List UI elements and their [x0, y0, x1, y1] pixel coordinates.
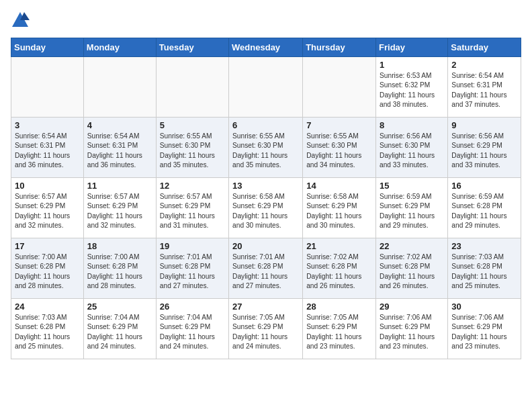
- calendar-header-row: SundayMondayTuesdayWednesdayThursdayFrid…: [11, 38, 521, 57]
- calendar-cell: 25Sunrise: 7:04 AM Sunset: 6:29 PM Dayli…: [83, 299, 156, 359]
- calendar-cell: [156, 57, 228, 118]
- calendar-cell: 21Sunrise: 7:02 AM Sunset: 6:28 PM Dayli…: [303, 238, 376, 299]
- day-number: 18: [87, 241, 152, 251]
- calendar-cell: 20Sunrise: 7:01 AM Sunset: 6:28 PM Dayli…: [229, 238, 303, 299]
- day-number: 28: [306, 302, 372, 312]
- day-info: Sunrise: 6:54 AM Sunset: 6:31 PM Dayligh…: [451, 71, 517, 109]
- day-number: 20: [232, 241, 299, 251]
- weekday-header-tuesday: Tuesday: [156, 38, 228, 57]
- day-number: 16: [451, 181, 517, 191]
- day-number: 14: [306, 181, 372, 191]
- calendar-cell: 1Sunrise: 6:53 AM Sunset: 6:32 PM Daylig…: [376, 57, 448, 118]
- calendar-week-row: 1Sunrise: 6:53 AM Sunset: 6:32 PM Daylig…: [11, 57, 521, 118]
- day-info: Sunrise: 7:01 AM Sunset: 6:28 PM Dayligh…: [232, 253, 299, 291]
- day-info: Sunrise: 7:05 AM Sunset: 6:29 PM Dayligh…: [306, 313, 372, 351]
- day-number: 13: [232, 181, 299, 191]
- day-number: 6: [232, 120, 299, 130]
- day-info: Sunrise: 6:53 AM Sunset: 6:32 PM Dayligh…: [380, 71, 444, 109]
- weekday-header-saturday: Saturday: [448, 38, 521, 57]
- day-info: Sunrise: 7:06 AM Sunset: 6:29 PM Dayligh…: [380, 313, 444, 351]
- calendar-cell: 12Sunrise: 6:57 AM Sunset: 6:29 PM Dayli…: [156, 178, 228, 238]
- day-number: 7: [306, 120, 372, 130]
- calendar-cell: 27Sunrise: 7:05 AM Sunset: 6:29 PM Dayli…: [229, 299, 303, 359]
- day-info: Sunrise: 7:01 AM Sunset: 6:28 PM Dayligh…: [160, 253, 225, 291]
- calendar-cell: 5Sunrise: 6:55 AM Sunset: 6:30 PM Daylig…: [156, 118, 228, 178]
- day-info: Sunrise: 7:03 AM Sunset: 6:28 PM Dayligh…: [451, 253, 517, 291]
- day-info: Sunrise: 7:04 AM Sunset: 6:29 PM Dayligh…: [160, 313, 225, 351]
- day-number: 12: [160, 181, 225, 191]
- calendar-cell: 26Sunrise: 7:04 AM Sunset: 6:29 PM Dayli…: [156, 299, 228, 359]
- calendar-cell: 9Sunrise: 6:56 AM Sunset: 6:29 PM Daylig…: [448, 118, 521, 178]
- day-info: Sunrise: 6:55 AM Sunset: 6:30 PM Dayligh…: [232, 132, 299, 170]
- day-info: Sunrise: 6:58 AM Sunset: 6:29 PM Dayligh…: [232, 192, 299, 230]
- calendar-cell: 16Sunrise: 6:59 AM Sunset: 6:28 PM Dayli…: [448, 178, 521, 238]
- calendar-cell: 17Sunrise: 7:00 AM Sunset: 6:28 PM Dayli…: [11, 238, 84, 299]
- calendar-week-row: 24Sunrise: 7:03 AM Sunset: 6:28 PM Dayli…: [11, 299, 521, 359]
- day-number: 10: [15, 181, 80, 191]
- day-number: 19: [160, 241, 225, 251]
- day-number: 17: [15, 241, 80, 251]
- calendar-cell: 3Sunrise: 6:54 AM Sunset: 6:31 PM Daylig…: [11, 118, 84, 178]
- calendar-cell: 11Sunrise: 6:57 AM Sunset: 6:29 PM Dayli…: [83, 178, 156, 238]
- calendar-cell: 7Sunrise: 6:55 AM Sunset: 6:30 PM Daylig…: [303, 118, 376, 178]
- day-info: Sunrise: 6:54 AM Sunset: 6:31 PM Dayligh…: [87, 132, 152, 170]
- calendar-cell: [303, 57, 376, 118]
- day-number: 15: [380, 181, 444, 191]
- weekday-header-thursday: Thursday: [303, 38, 376, 57]
- day-number: 30: [451, 302, 517, 312]
- calendar-table: SundayMondayTuesdayWednesdayThursdayFrid…: [11, 38, 521, 359]
- day-info: Sunrise: 6:55 AM Sunset: 6:30 PM Dayligh…: [306, 132, 372, 170]
- day-number: 24: [15, 302, 80, 312]
- calendar-cell: 14Sunrise: 6:58 AM Sunset: 6:29 PM Dayli…: [303, 178, 376, 238]
- day-info: Sunrise: 6:55 AM Sunset: 6:30 PM Dayligh…: [160, 132, 225, 170]
- calendar-cell: 13Sunrise: 6:58 AM Sunset: 6:29 PM Dayli…: [229, 178, 303, 238]
- calendar-cell: [11, 57, 84, 118]
- day-info: Sunrise: 7:06 AM Sunset: 6:29 PM Dayligh…: [451, 313, 517, 351]
- day-number: 9: [451, 120, 517, 130]
- calendar-week-row: 17Sunrise: 7:00 AM Sunset: 6:28 PM Dayli…: [11, 238, 521, 299]
- calendar-cell: 10Sunrise: 6:57 AM Sunset: 6:29 PM Dayli…: [11, 178, 84, 238]
- calendar-cell: 2Sunrise: 6:54 AM Sunset: 6:31 PM Daylig…: [448, 57, 521, 118]
- calendar-cell: 8Sunrise: 6:56 AM Sunset: 6:30 PM Daylig…: [376, 118, 448, 178]
- calendar-cell: 30Sunrise: 7:06 AM Sunset: 6:29 PM Dayli…: [448, 299, 521, 359]
- day-info: Sunrise: 6:57 AM Sunset: 6:29 PM Dayligh…: [160, 192, 225, 230]
- day-info: Sunrise: 6:56 AM Sunset: 6:30 PM Dayligh…: [380, 132, 444, 170]
- logo: [11, 11, 32, 30]
- day-number: 21: [306, 241, 372, 251]
- calendar-cell: [83, 57, 156, 118]
- day-info: Sunrise: 7:02 AM Sunset: 6:28 PM Dayligh…: [306, 253, 372, 291]
- calendar-week-row: 10Sunrise: 6:57 AM Sunset: 6:29 PM Dayli…: [11, 178, 521, 238]
- day-number: 22: [380, 241, 444, 251]
- logo-icon: [11, 11, 30, 30]
- calendar-cell: 24Sunrise: 7:03 AM Sunset: 6:28 PM Dayli…: [11, 299, 84, 359]
- day-info: Sunrise: 6:59 AM Sunset: 6:28 PM Dayligh…: [451, 192, 517, 230]
- day-number: 29: [380, 302, 444, 312]
- calendar-cell: 4Sunrise: 6:54 AM Sunset: 6:31 PM Daylig…: [83, 118, 156, 178]
- day-number: 1: [380, 60, 444, 70]
- calendar-cell: 23Sunrise: 7:03 AM Sunset: 6:28 PM Dayli…: [448, 238, 521, 299]
- day-number: 3: [15, 120, 80, 130]
- day-info: Sunrise: 7:00 AM Sunset: 6:28 PM Dayligh…: [15, 253, 80, 291]
- day-info: Sunrise: 7:05 AM Sunset: 6:29 PM Dayligh…: [232, 313, 299, 351]
- day-info: Sunrise: 6:54 AM Sunset: 6:31 PM Dayligh…: [15, 132, 80, 170]
- day-info: Sunrise: 7:03 AM Sunset: 6:28 PM Dayligh…: [15, 313, 80, 351]
- calendar-cell: 29Sunrise: 7:06 AM Sunset: 6:29 PM Dayli…: [376, 299, 448, 359]
- day-info: Sunrise: 7:02 AM Sunset: 6:28 PM Dayligh…: [380, 253, 444, 291]
- day-number: 4: [87, 120, 152, 130]
- calendar-cell: 15Sunrise: 6:59 AM Sunset: 6:29 PM Dayli…: [376, 178, 448, 238]
- day-number: 2: [451, 60, 517, 70]
- day-info: Sunrise: 6:56 AM Sunset: 6:29 PM Dayligh…: [451, 132, 517, 170]
- day-info: Sunrise: 6:59 AM Sunset: 6:29 PM Dayligh…: [380, 192, 444, 230]
- day-number: 5: [160, 120, 225, 130]
- day-number: 26: [160, 302, 225, 312]
- weekday-header-friday: Friday: [376, 38, 448, 57]
- calendar-cell: 6Sunrise: 6:55 AM Sunset: 6:30 PM Daylig…: [229, 118, 303, 178]
- calendar-cell: 18Sunrise: 7:00 AM Sunset: 6:28 PM Dayli…: [83, 238, 156, 299]
- day-number: 8: [380, 120, 444, 130]
- page-header: [11, 11, 521, 30]
- day-info: Sunrise: 7:00 AM Sunset: 6:28 PM Dayligh…: [87, 253, 152, 291]
- weekday-header-wednesday: Wednesday: [229, 38, 303, 57]
- day-number: 23: [451, 241, 517, 251]
- calendar-cell: 22Sunrise: 7:02 AM Sunset: 6:28 PM Dayli…: [376, 238, 448, 299]
- weekday-header-monday: Monday: [83, 38, 156, 57]
